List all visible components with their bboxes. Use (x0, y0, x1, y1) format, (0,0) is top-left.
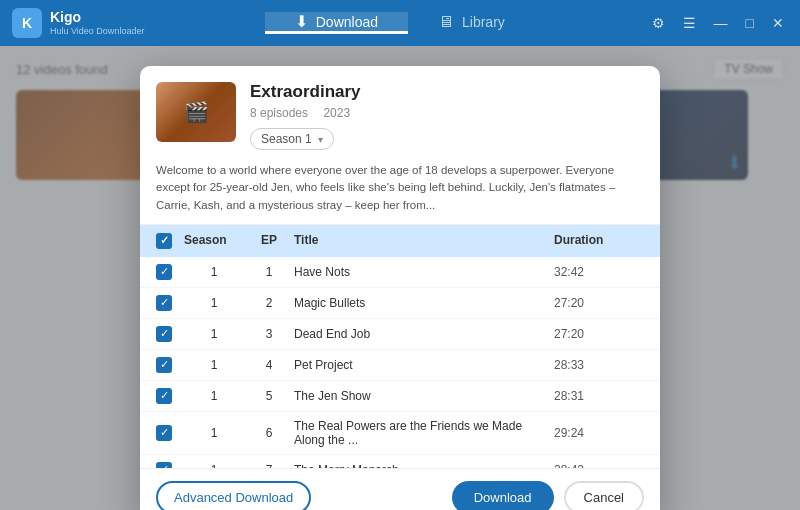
show-thumbnail: 🎬 (156, 82, 236, 142)
table-row: ✓ 1 7 The Merry Monarch 28:43 (140, 455, 660, 468)
table-row: ✓ 1 2 Magic Bullets 27:20 (140, 288, 660, 319)
row-season-6: 1 (184, 426, 244, 440)
episodes-table: ✓ Season EP Title Duration ✓ 1 1 Have No… (140, 225, 660, 468)
row-checkbox-4[interactable]: ✓ (156, 357, 172, 373)
logo-area: K Kigo Hulu Video Downloader (12, 8, 152, 38)
row-title-6: The Real Powers are the Friends we Made … (294, 419, 554, 447)
row-ep-1: 1 (244, 265, 294, 279)
table-row: ✓ 1 5 The Jen Show 28:31 (140, 381, 660, 412)
maximize-button[interactable]: □ (742, 13, 758, 33)
title-bar: K Kigo Hulu Video Downloader ⬇ Download … (0, 0, 800, 46)
nav-tabs: ⬇ Download 🖥 Library (152, 12, 648, 34)
menu-icon[interactable]: ☰ (679, 13, 700, 33)
row-duration-4: 28:33 (554, 358, 644, 372)
main-content: 12 videos found TV Show ⬇ ⬇ ⬇ ⬇ ⬇ (0, 46, 800, 510)
table-row: ✓ 1 1 Have Nots 32:42 (140, 257, 660, 288)
tab-library[interactable]: 🖥 Library (408, 12, 535, 34)
library-tab-icon: 🖥 (438, 13, 454, 31)
season-label: Season 1 (261, 132, 312, 146)
cancel-button[interactable]: Cancel (564, 481, 644, 510)
advanced-download-button[interactable]: Advanced Download (156, 481, 311, 510)
row-duration-5: 28:31 (554, 389, 644, 403)
show-year: 2023 (323, 106, 350, 120)
modal-footer: Advanced Download Download Cancel (140, 468, 660, 510)
row-ep-2: 2 (244, 296, 294, 310)
show-title: Extraordinary (250, 82, 644, 102)
row-season-4: 1 (184, 358, 244, 372)
table-row: ✓ 1 4 Pet Project 28:33 (140, 350, 660, 381)
row-checkbox-1[interactable]: ✓ (156, 264, 172, 280)
show-description: Welcome to a world where everyone over t… (140, 162, 660, 225)
row-title-5: The Jen Show (294, 389, 554, 403)
row-season-2: 1 (184, 296, 244, 310)
window-controls: ⚙ ☰ — □ ✕ (648, 13, 788, 33)
table-row: ✓ 1 3 Dead End Job 27:20 (140, 319, 660, 350)
app-logo-icon: K (12, 8, 42, 38)
row-checkbox-5[interactable]: ✓ (156, 388, 172, 404)
row-title-4: Pet Project (294, 358, 554, 372)
show-thumbnail-image: 🎬 (156, 82, 236, 142)
table-header: ✓ Season EP Title Duration (140, 225, 660, 257)
row-ep-4: 4 (244, 358, 294, 372)
download-modal: 🎬 Extraordinary 8 episodes 2023 Season 1… (140, 66, 660, 510)
header-duration: Duration (554, 233, 644, 249)
row-title-1: Have Nots (294, 265, 554, 279)
settings-icon[interactable]: ⚙ (648, 13, 669, 33)
modal-header: 🎬 Extraordinary 8 episodes 2023 Season 1… (140, 66, 660, 162)
row-ep-3: 3 (244, 327, 294, 341)
show-meta: 8 episodes 2023 (250, 106, 644, 120)
row-title-3: Dead End Job (294, 327, 554, 341)
app-name: Kigo (50, 9, 144, 26)
header-ep: EP (244, 233, 294, 249)
download-tab-icon: ⬇ (295, 12, 308, 31)
download-button[interactable]: Download (452, 481, 554, 510)
tab-download[interactable]: ⬇ Download (265, 12, 408, 34)
show-info: Extraordinary 8 episodes 2023 Season 1 ▾ (250, 82, 644, 150)
row-checkbox-2[interactable]: ✓ (156, 295, 172, 311)
row-checkbox-3[interactable]: ✓ (156, 326, 172, 342)
row-duration-6: 29:24 (554, 426, 644, 440)
row-duration-2: 27:20 (554, 296, 644, 310)
row-title-2: Magic Bullets (294, 296, 554, 310)
logo-text: Kigo Hulu Video Downloader (50, 9, 144, 37)
header-title: Title (294, 233, 554, 249)
chevron-down-icon: ▾ (318, 134, 323, 145)
season-selector[interactable]: Season 1 ▾ (250, 128, 334, 150)
row-season-5: 1 (184, 389, 244, 403)
minimize-button[interactable]: — (710, 13, 732, 33)
row-season-3: 1 (184, 327, 244, 341)
button-group: Download Cancel (452, 481, 644, 510)
close-button[interactable]: ✕ (768, 13, 788, 33)
header-checkbox[interactable]: ✓ (156, 233, 172, 249)
row-duration-1: 32:42 (554, 265, 644, 279)
header-season: Season (184, 233, 244, 249)
row-duration-3: 27:20 (554, 327, 644, 341)
app-subtitle: Hulu Video Downloader (50, 26, 144, 37)
download-tab-label: Download (316, 14, 378, 30)
library-tab-label: Library (462, 14, 505, 30)
modal-overlay: 🎬 Extraordinary 8 episodes 2023 Season 1… (0, 46, 800, 510)
table-row: ✓ 1 6 The Real Powers are the Friends we… (140, 412, 660, 455)
episodes-count: 8 episodes (250, 106, 308, 120)
row-ep-5: 5 (244, 389, 294, 403)
row-season-1: 1 (184, 265, 244, 279)
row-checkbox-6[interactable]: ✓ (156, 425, 172, 441)
app-window: K Kigo Hulu Video Downloader ⬇ Download … (0, 0, 800, 510)
row-ep-6: 6 (244, 426, 294, 440)
